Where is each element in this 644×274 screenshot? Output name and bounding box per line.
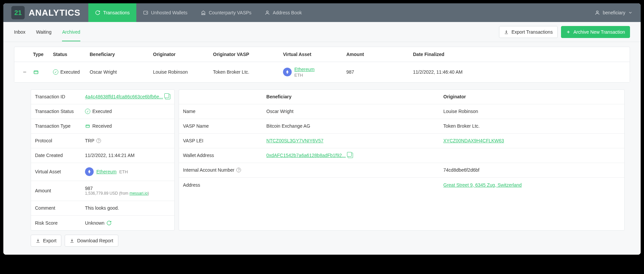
user-icon	[265, 10, 270, 15]
beneficiary-wallet-link[interactable]: 0xdAFC1542b7a6a6128b8adFb1f92...	[266, 153, 346, 158]
tab-inbox[interactable]: Inbox	[14, 23, 25, 41]
logo-mark: 21	[11, 6, 25, 19]
svg-rect-5	[86, 125, 90, 128]
usd-source-link[interactable]: messari.io	[129, 191, 148, 196]
sub-tabs: Inbox Waiting Archived	[14, 23, 80, 41]
table-header: Type Status Beneficiary Originator Origi…	[14, 47, 630, 62]
copy-icon[interactable]	[348, 153, 353, 158]
plus-icon	[566, 30, 571, 34]
virtual-asset-cell: Ethereum ETH	[282, 62, 345, 82]
amount-usd-suffix: )	[148, 191, 149, 196]
export-button[interactable]: Export	[31, 235, 61, 247]
amount-cell: 987	[345, 65, 378, 79]
wallet-icon	[143, 10, 148, 15]
svg-point-2	[267, 11, 268, 13]
help-icon[interactable]: ?	[236, 168, 241, 172]
check-circle-icon	[53, 69, 58, 75]
date-finalized-cell: 11/2/2022, 11:46:40 AM	[412, 65, 626, 79]
amount-value: 987	[85, 186, 170, 191]
originator-vasp-name: Token Broker Ltc.	[443, 123, 620, 129]
col-type: Type	[32, 47, 52, 62]
tab-archived[interactable]: Archived	[62, 23, 80, 41]
content-area: Type Status Beneficiary Originator Origi…	[3, 42, 641, 255]
building-icon	[201, 10, 206, 15]
sub-nav: Inbox Waiting Archived Export Transactio…	[3, 22, 641, 42]
vasp-lei-label: VASP LEI	[183, 138, 266, 143]
transaction-id-link[interactable]: 4a4c48638ffd14fca86c663ce6bfb6e...	[85, 94, 163, 99]
name-label: Name	[183, 109, 266, 114]
help-icon[interactable]: ?	[96, 138, 101, 143]
transaction-status-label: Transaction Status	[35, 109, 85, 114]
main-nav: Transactions Unhosted Wallets Counterpar…	[88, 3, 308, 22]
originator-cell: Louise Robinson	[152, 65, 212, 79]
col-status: Status	[52, 47, 88, 62]
nav-item-counterparty-vasps[interactable]: Counterparty VASPs	[194, 3, 258, 22]
copy-icon[interactable]	[165, 94, 170, 99]
amount-usd-value: 1,536,779.89 USD (from	[85, 191, 129, 196]
nav-item-label: Address Book	[273, 10, 302, 15]
beneficiary-cell: Oscar Wright	[88, 65, 152, 79]
asset-link[interactable]: Ethereum	[294, 67, 315, 72]
risk-score-label: Risk Score	[35, 220, 85, 226]
beneficiary-name: Oscar Wright	[266, 109, 443, 114]
download-icon	[70, 238, 74, 243]
wallet-address-label: Wallet Address	[183, 153, 266, 158]
originator-header: Originator	[443, 94, 620, 99]
button-label: Archive New Transaction	[573, 29, 625, 35]
logo: 21 ANALYTICS	[3, 3, 88, 22]
nav-item-address-book[interactable]: Address Book	[258, 3, 308, 22]
originator-name: Louise Robinson	[443, 109, 620, 114]
date-created-label: Date Created	[35, 153, 85, 158]
nav-item-label: Counterparty VASPs	[209, 10, 251, 15]
chevron-down-icon	[628, 10, 633, 15]
export-transactions-button[interactable]: Export Transactions	[499, 26, 558, 38]
protocol-value: TRP	[85, 138, 94, 143]
received-icon	[85, 123, 90, 129]
risk-score-value: Unknown	[85, 220, 104, 226]
nav-item-label: Transactions	[103, 10, 130, 15]
col-beneficiary: Beneficiary	[88, 47, 152, 62]
user-menu[interactable]: beneficiary	[587, 3, 641, 22]
received-icon	[32, 64, 52, 80]
comment-label: Comment	[35, 205, 85, 211]
beneficiary-vasp-lei-link[interactable]: NTCZ00SL3GY7VNIY6V57	[266, 138, 323, 143]
col-virtual-asset: Virtual Asset	[282, 47, 345, 62]
row-collapse-toggle[interactable]: −	[18, 64, 32, 80]
asset-symbol: ETH	[294, 73, 303, 78]
nav-item-transactions[interactable]: Transactions	[88, 3, 136, 22]
transaction-type-label: Transaction Type	[35, 123, 85, 129]
amount-label: Amount	[35, 188, 85, 193]
svg-rect-4	[34, 71, 38, 74]
originator-address-link[interactable]: Great Street 9, 6345 Zug, Switzerland	[443, 182, 522, 188]
nav-item-unhosted-wallets[interactable]: Unhosted Wallets	[136, 3, 194, 22]
address-label: Address	[183, 182, 266, 188]
transaction-type-value: Received	[92, 123, 112, 129]
svg-rect-0	[144, 11, 148, 14]
top-bar: 21 ANALYTICS Transactions Unhosted Walle…	[3, 3, 641, 22]
download-icon	[36, 238, 40, 243]
comment-value: This looks good.	[85, 205, 170, 211]
internal-account-label: Internal Account Number ?	[183, 167, 266, 173]
col-date-finalized: Date Finalized	[412, 47, 626, 62]
button-label: Download Report	[77, 238, 113, 243]
download-report-button[interactable]: Download Report	[65, 235, 118, 247]
tab-waiting[interactable]: Waiting	[36, 23, 51, 41]
asset-link[interactable]: Ethereum	[96, 169, 117, 174]
user-icon	[595, 10, 600, 15]
ethereum-icon	[283, 68, 292, 76]
asset-symbol: ETH	[119, 169, 128, 174]
refresh-icon[interactable]	[106, 220, 112, 226]
table-row[interactable]: − Executed Oscar Wright Louise Robinson …	[14, 62, 630, 82]
originator-vasp-lei-link[interactable]: XYCZ00NDAX9H4CFLKW63	[443, 138, 504, 143]
archive-new-transaction-button[interactable]: Archive New Transaction	[561, 26, 630, 38]
col-amount: Amount	[345, 47, 378, 62]
beneficiary-header: Beneficiary	[266, 94, 443, 99]
svg-point-1	[146, 12, 147, 13]
status-cell: Executed	[52, 65, 88, 79]
svg-point-3	[597, 11, 598, 13]
parties-panel: Beneficiary Originator Name Oscar Wright…	[179, 89, 625, 231]
button-label: Export	[43, 238, 56, 243]
date-created-value: 11/2/2022, 11:44:21 AM	[85, 153, 170, 158]
check-circle-icon	[85, 109, 90, 114]
detail-area: Transaction ID 4a4c48638ffd14fca86c663ce…	[14, 89, 630, 231]
